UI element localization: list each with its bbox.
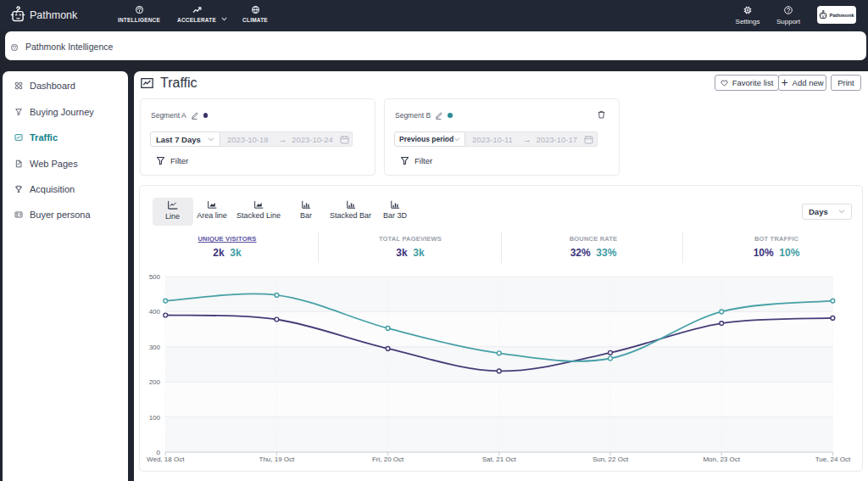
- svg-text:Tue, 24 Oct: Tue, 24 Oct: [815, 456, 851, 463]
- svg-text:Sat, 21 Oct: Sat, 21 Oct: [482, 456, 517, 463]
- svg-text:200: 200: [149, 378, 161, 386]
- svg-text:Thu, 19 Oct: Thu, 19 Oct: [259, 456, 296, 463]
- svg-text:Wed, 18 Oct: Wed, 18 Oct: [147, 456, 185, 463]
- svg-text:Sun, 22 Oct: Sun, 22 Oct: [593, 456, 629, 463]
- svg-text:500: 500: [149, 273, 161, 281]
- svg-text:Mon, 23 Oct: Mon, 23 Oct: [703, 456, 740, 463]
- svg-text:300: 300: [149, 344, 161, 351]
- svg-text:Fri, 20 Oct: Fri, 20 Oct: [372, 456, 404, 463]
- svg-text:400: 400: [149, 308, 161, 316]
- svg-text:100: 100: [149, 414, 161, 422]
